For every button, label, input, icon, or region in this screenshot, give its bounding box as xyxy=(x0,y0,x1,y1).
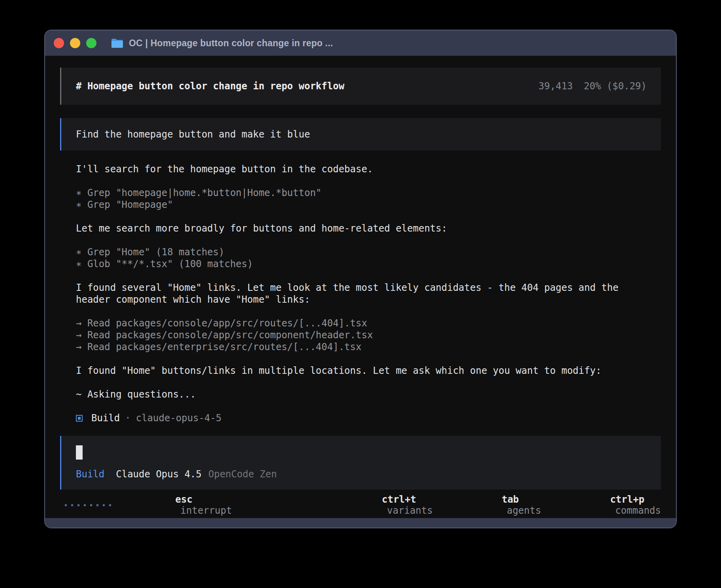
hint-commands: ctrl+p commands xyxy=(553,483,661,518)
close-button[interactable] xyxy=(54,38,64,48)
assistant-text-line: ~ Asking questions... xyxy=(76,388,661,400)
user-message-text: Find the homepage button and make it blu… xyxy=(76,129,310,140)
tool-calls: ∗ Grep "homepage|home.*button|Home.*butt… xyxy=(76,187,661,211)
hint-key: tab xyxy=(502,494,519,505)
tool-call-line: → Read packages/console/app/src/routes/[… xyxy=(76,317,661,329)
hint-label: agents xyxy=(507,505,541,516)
hint-label: variants xyxy=(387,505,433,516)
hint-agents: tab agents xyxy=(445,483,541,518)
tool-calls: ∗ Grep "Home" (18 matches) ∗ Glob "**/*.… xyxy=(76,246,661,270)
assistant-message: Let me search more broadly for buttons a… xyxy=(76,222,661,234)
window-footer xyxy=(45,518,676,528)
hint-key: ctrl+t xyxy=(382,494,416,505)
assistant-message: I'll search for the homepage button in t… xyxy=(76,163,661,175)
model-label: Claude Opus 4.5 xyxy=(116,469,202,480)
terminal-content: # Homepage button color change in repo w… xyxy=(45,56,676,518)
assistant-text-line: I found several "Home" links. Let me loo… xyxy=(76,282,661,294)
user-message: Find the homepage button and make it blu… xyxy=(60,118,661,151)
assistant-text-line: I found "Home" buttons/links in multiple… xyxy=(76,365,661,377)
session-header: # Homepage button color change in repo w… xyxy=(60,68,661,105)
tool-call-line: ∗ Grep "Home" (18 matches) xyxy=(76,246,661,258)
assistant-text-line: I'll search for the homepage button in t… xyxy=(76,163,661,175)
tool-call-line: ∗ Grep "homepage|home.*button|Home.*butt… xyxy=(76,187,661,199)
tool-call-line: ∗ Grep "Homepage" xyxy=(76,199,661,211)
agent-badge: Build · claude-opus-4-5 xyxy=(76,412,661,424)
terminal-window: OC | Homepage button color change in rep… xyxy=(44,30,677,528)
tool-call-line: ∗ Glob "**/*.tsx" (100 matches) xyxy=(76,258,661,270)
agent-model: claude-opus-4-5 xyxy=(136,413,222,424)
hint-key: ctrl+p xyxy=(610,494,644,505)
folder-icon xyxy=(111,38,123,48)
agent-badge-icon xyxy=(76,415,83,422)
hint-variants: ctrl+t variants xyxy=(325,483,433,518)
status-bar: esc interrupt ctrl+t variants tab agents… xyxy=(60,499,661,511)
session-stats: 39,413 20% ($0.29) xyxy=(538,81,647,92)
esc-key: esc xyxy=(176,494,193,505)
assistant-message: I found "Home" buttons/links in multiple… xyxy=(76,365,661,377)
prompt-input[interactable]: Build Claude Opus 4.5 OpenCode Zen xyxy=(60,436,661,490)
esc-hint: esc interrupt xyxy=(130,483,232,518)
spinner-dots xyxy=(65,504,115,506)
tool-call-line: → Read packages/console/app/src/componen… xyxy=(76,329,661,341)
transcript: I'll search for the homepage button in t… xyxy=(76,163,661,424)
assistant-text-line: Let me search more broadly for buttons a… xyxy=(76,222,661,234)
input-status-row: Build Claude Opus 4.5 OpenCode Zen xyxy=(76,468,646,480)
text-cursor xyxy=(76,445,83,460)
window-title: OC | Homepage button color change in rep… xyxy=(129,38,333,49)
badge-separator: · xyxy=(125,413,130,424)
session-title: # Homepage button color change in repo w… xyxy=(76,81,344,92)
context-usage: 20% ($0.29) xyxy=(584,81,647,92)
assistant-message: I found several "Home" links. Let me loo… xyxy=(76,282,661,305)
assistant-text-line: header component which have "Home" links… xyxy=(76,294,661,305)
tool-call-line: → Read packages/enterprise/src/routes/[.… xyxy=(76,341,661,353)
tool-calls: → Read packages/console/app/src/routes/[… xyxy=(76,317,661,353)
agent-name: Build xyxy=(91,413,120,424)
keyboard-hints: ctrl+t variants tab agents ctrl+p comman… xyxy=(313,483,661,518)
mode-label: Build xyxy=(76,469,104,480)
hint-label: commands xyxy=(615,505,661,516)
esc-label: interrupt xyxy=(181,505,232,516)
assistant-status: ~ Asking questions... xyxy=(76,388,661,400)
provider-label: OpenCode Zen xyxy=(208,469,277,480)
titlebar: OC | Homepage button color change in rep… xyxy=(45,30,676,56)
token-count: 39,413 xyxy=(538,81,573,92)
minimize-button[interactable] xyxy=(70,38,80,48)
zoom-button[interactable] xyxy=(86,38,96,48)
